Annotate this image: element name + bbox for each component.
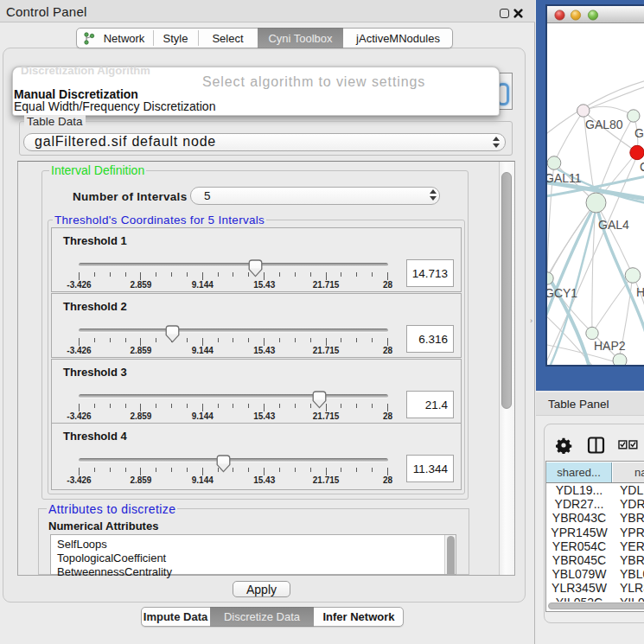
svg-text:GAL11: GAL11: [547, 171, 582, 185]
svg-text:GA: GA: [634, 126, 644, 140]
svg-text:H: H: [636, 285, 644, 299]
svg-text:GAL80: GAL80: [585, 118, 623, 131]
svg-text:GCY1: GCY1: [547, 286, 577, 300]
svg-text:C: C: [640, 160, 644, 174]
svg-text:GAL4: GAL4: [598, 218, 629, 232]
svg-text:HAP2: HAP2: [594, 339, 626, 353]
